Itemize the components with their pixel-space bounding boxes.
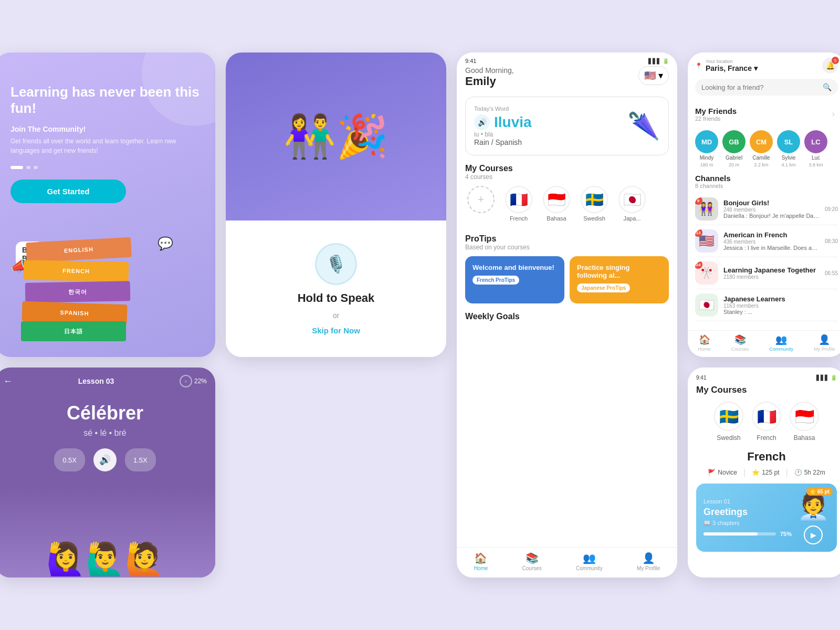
french-label: French — [510, 215, 528, 222]
friend-lc: LC Luc 3.8 km — [804, 130, 827, 167]
protips-section-header: ProTips Based on your courses — [465, 234, 669, 251]
friend-sl-dist: 4.1 km — [781, 162, 795, 167]
lesson-progress-row: 75% — [704, 531, 792, 537]
comm-nav-community[interactable]: 👥 Community — [770, 334, 794, 352]
skip-link[interactable]: Skip for Now — [312, 326, 360, 335]
course-swedish[interactable]: 🇸🇪 Swedish — [714, 402, 743, 442]
signal-icons: ▋▋▋🔋 — [648, 58, 669, 64]
word-main: Iluvia — [494, 114, 532, 131]
get-started-button[interactable]: Get Started — [10, 180, 126, 203]
channel-japanese[interactable]: 🎌 24 Learning Japanese Together 2180 mem… — [695, 257, 838, 289]
play-button[interactable]: 🔊 — [93, 448, 117, 471]
channel-jp-info: Japanese Learners 1163 members Stanley :… — [723, 295, 838, 315]
swedish-flag: 🇸🇪 — [581, 186, 608, 213]
status-time: 9:41 — [465, 58, 476, 64]
nav-courses[interactable]: 📚 Courses — [522, 552, 542, 571]
courses-section-header: My Courses 4 courses — [465, 164, 669, 181]
avatar-lc: LC — [804, 130, 827, 153]
course-add[interactable]: + — [465, 186, 497, 222]
channel-japanese-time: 06:55 — [825, 270, 838, 276]
channel-american[interactable]: 🇺🇸 13 American in French 436 members Jes… — [695, 225, 838, 257]
good-morning-text: Good Morning, — [465, 66, 514, 75]
course-swedish[interactable]: 🇸🇪 Swedish — [579, 186, 610, 222]
channel-japanese-avatar: 🎌 24 — [695, 261, 718, 285]
flag-icon: 🚩 — [708, 469, 716, 476]
course-french[interactable]: 🇫🇷 French — [503, 186, 534, 222]
nav-profile[interactable]: 👤 My Profile — [637, 552, 660, 571]
greeting-text: Good Morning, Emily — [465, 66, 514, 88]
book-french: FRENCH — [24, 260, 129, 281]
notification-button[interactable]: 🔔 5 — [822, 58, 838, 74]
hold-to-speak-label: Hold to Speak — [298, 291, 375, 305]
stat-level: 🚩 Novice — [708, 469, 737, 476]
swedish-label: Swedish — [583, 215, 605, 222]
word-audio-button[interactable]: 🔊 — [474, 114, 490, 130]
channel-japanese-name: Learning Japanese Together — [723, 266, 820, 274]
friend-lc-dist: 3.8 km — [808, 162, 823, 167]
bottom-navigation: 🏠 Home 📚 Courses 👥 Community 👤 My Profil… — [457, 547, 677, 578]
channel-american-avatar: 🇺🇸 13 — [695, 229, 718, 253]
channel-bonjour[interactable]: 👭 9 Bonjour Girls! 248 members Daniella … — [695, 193, 838, 225]
courses-time: 9:41 — [696, 375, 706, 381]
avatar-sl: SL — [777, 130, 800, 153]
flag-selector[interactable]: 🇺🇸 ▾ — [638, 66, 669, 85]
channel-jp-name: Japanese Learners — [723, 295, 838, 303]
channel-japanese-info: Learning Japanese Together 2180 members — [723, 266, 820, 280]
comm-nav-home[interactable]: 🏠 Home — [698, 334, 711, 352]
protips-sub: Based on your courses — [465, 244, 530, 251]
channels-title: Channels — [695, 174, 838, 183]
comm-courses-icon: 📚 — [734, 334, 746, 345]
search-input[interactable] — [701, 83, 820, 91]
course-bahasa-big[interactable]: 🇮🇩 Bahasa — [790, 402, 819, 442]
french-flag-big: 🇫🇷 — [752, 402, 781, 431]
courses-row: + 🇫🇷 French 🇮🇩 Bahasa 🇸🇪 Swedish 🇯🇵 Japa — [465, 186, 669, 226]
courses-header: 9:41 ▋▋▋ 🔋 My Courses — [688, 368, 840, 402]
fast-speed-button[interactable]: 1.5X — [125, 448, 156, 471]
slow-speed-button[interactable]: 0.5X — [54, 448, 85, 471]
community-nav-icon: 👥 — [583, 552, 596, 564]
back-button[interactable]: ← — [3, 376, 13, 387]
comm-nav-profile[interactable]: 👤 My Profile — [814, 334, 835, 352]
stat-points: ⭐ 125 pt — [752, 469, 779, 476]
channel-american-time: 08:30 — [825, 238, 838, 244]
user-name: Emily — [465, 75, 514, 88]
nav-home[interactable]: 🏠 Home — [474, 552, 488, 571]
comm-nav-courses[interactable]: 📚 Courses — [731, 334, 749, 352]
course-french-big[interactable]: 🇫🇷 French — [752, 402, 781, 442]
course-bahasa[interactable]: 🇮🇩 Bahasa — [541, 186, 572, 222]
dot-2 — [26, 166, 30, 169]
lesson-play-button[interactable]: ▶ — [804, 526, 823, 544]
channel-jp-preview: Stanley : ... — [723, 309, 838, 315]
dot-1 — [10, 166, 23, 169]
mic-button[interactable]: 🎙️ — [315, 243, 357, 285]
lesson-word-main: Célébrer — [5, 402, 205, 424]
tip2-tag: Japanese ProTips — [577, 284, 630, 292]
channel-jp-learners[interactable]: 🇯🇵 Japanese Learners 1163 members Stanle… — [695, 289, 838, 321]
see-more-friends[interactable]: › — [829, 102, 838, 126]
today-word-label: Today's Word — [474, 106, 621, 112]
courses-status-bar: 9:41 ▋▋▋ 🔋 — [696, 375, 837, 381]
courses-nav-label: Courses — [522, 565, 542, 571]
channel-american-name: American in French — [723, 231, 820, 239]
location-pin-icon: 📍 — [695, 62, 702, 69]
lesson-word-section: Célébrer sé • lé • bré 0.5X 🔊 1.5X — [0, 392, 215, 487]
friend-cm: CM Camille 2.2 km — [750, 130, 773, 167]
japanese-label: Japa... — [623, 215, 640, 222]
course-japanese[interactable]: 🇯🇵 Japa... — [616, 186, 648, 222]
featured-course-name: French — [696, 450, 837, 464]
location-left: 📍 Your location Paris, France ▾ — [695, 59, 758, 72]
card-community: 📍 Your location Paris, France ▾ 🔔 5 🔍 — [688, 52, 840, 357]
protips-row: Welcome and bienvenue! French ProTips Pr… — [465, 256, 669, 303]
star-icon: ⭐ — [752, 469, 760, 476]
add-course-icon: + — [467, 186, 495, 213]
lesson-name: Greetings — [704, 507, 792, 518]
your-location-label: Your location — [706, 59, 758, 64]
nav-community[interactable]: 👥 Community — [576, 552, 603, 571]
lesson-card-info: Lesson 01 Greetings 📖 3 chapters 75% — [704, 498, 792, 537]
lesson-progress: ○ 22% — [180, 375, 207, 387]
word-image: 🌂 — [627, 111, 660, 141]
lesson-card[interactable]: ⭐ 65 pt Lesson 01 Greetings 📖 3 chapters… — [696, 484, 837, 552]
channel-bonjour-preview: Daniella : Bonjour! Je m'appelle Daniell… — [723, 213, 820, 219]
card-courses: 9:41 ▋▋▋ 🔋 My Courses 🇸🇪 Swedish 🇫🇷 Fren… — [688, 368, 840, 578]
friend-gb-name: Gabriel — [726, 155, 742, 161]
